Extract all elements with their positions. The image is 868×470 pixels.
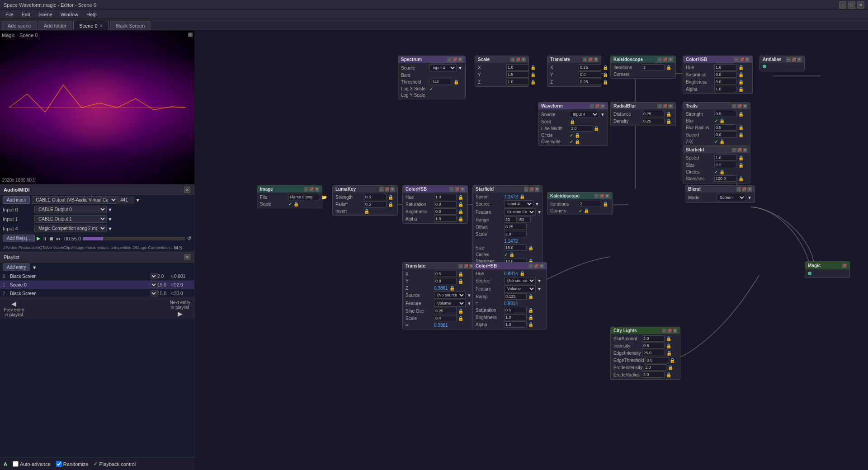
translate-bot-z-lock[interactable]: 🔒	[449, 286, 455, 291]
trails-header[interactable]: Trails − 📌 ✕	[683, 103, 750, 109]
starfield-mid-size-input[interactable]	[504, 244, 527, 251]
audio-number-input[interactable]	[118, 197, 134, 203]
scale-z-lock[interactable]: 🔒	[530, 80, 536, 85]
colorhsb-bot-feature-select[interactable]: Volume	[504, 285, 536, 292]
image-file-input[interactable]	[288, 194, 320, 200]
trails-blurrad-lock[interactable]: 🔒	[738, 125, 744, 130]
colorhsb-mid-minus[interactable]: −	[449, 187, 454, 192]
image-minus[interactable]: −	[304, 187, 308, 192]
image-scale-lock[interactable]: 🔒	[293, 202, 299, 207]
maximize-button[interactable]: □	[848, 1, 855, 9]
translate-bot-pin[interactable]: 📌	[464, 264, 468, 268]
starfield-mid-minus[interactable]: −	[524, 187, 528, 192]
translate-top-header[interactable]: Translate − 📌 ✕	[547, 56, 601, 63]
city-lights-pin[interactable]: 📌	[667, 329, 672, 333]
scale-y-input[interactable]	[506, 71, 529, 78]
radialblur-header[interactable]: RadialBlur − 📌 ✕	[611, 103, 675, 109]
image-pin[interactable]: 📌	[309, 187, 314, 192]
input0-select[interactable]: CABLE Output 0	[34, 206, 107, 213]
starfield-mid-range-from[interactable]	[504, 216, 517, 223]
translate-bot-x-input[interactable]	[434, 271, 457, 277]
translate-top-z-input[interactable]	[579, 79, 601, 85]
translate-top-x-lock[interactable]: 🔒	[603, 65, 608, 70]
add-input-button[interactable]: Add input	[3, 196, 30, 204]
scale-header[interactable]: Scale − 📌 ✕	[475, 56, 528, 63]
starfield-right-speed-input[interactable]	[714, 155, 737, 161]
entry-2-select[interactable]: ▼	[151, 290, 158, 296]
entry-0-select[interactable]: ▼	[151, 273, 158, 279]
city-lights-intensity-lock[interactable]: 🔒	[666, 343, 671, 348]
magic-output-port[interactable]	[808, 272, 811, 275]
blend-mode-arrow[interactable]: ▼	[747, 195, 752, 200]
starfield-right-pin[interactable]: 📌	[737, 148, 742, 152]
window-controls[interactable]: _ □ ✕	[839, 1, 864, 9]
colorhsb-bot-src-arrow[interactable]: ▼	[537, 278, 542, 283]
colorhsb-bot-sat-input[interactable]	[504, 307, 527, 313]
blend-pin[interactable]: 📌	[742, 187, 746, 192]
colorhsb-bot-minus[interactable]: −	[528, 264, 533, 268]
translate-bot-y-lock[interactable]: 🔒	[458, 279, 463, 284]
trails-close[interactable]: ✕	[743, 104, 747, 108]
translate-bot-sine-input[interactable]	[434, 308, 457, 314]
translate-top-z-lock[interactable]: 🔒	[603, 80, 608, 85]
starfield-right-size-lock[interactable]: 🔒	[738, 163, 744, 168]
magic-output-header[interactable]: Magic 📌	[805, 262, 849, 269]
tab-scene0[interactable]: Scene 0 ✕	[73, 21, 108, 30]
antialias-port-in[interactable]	[763, 65, 766, 68]
antialias-close[interactable]: ✕	[797, 57, 802, 62]
colorhsb-bot-close[interactable]: ✕	[539, 264, 544, 268]
colorhsb-bot-hue-lock[interactable]: 🔒	[519, 271, 525, 276]
lumakey-falloff-lock[interactable]: 🔒	[388, 202, 393, 207]
radialblur-dist-lock[interactable]: 🔒	[666, 112, 671, 117]
trails-strength-lock[interactable]: 🔒	[738, 112, 744, 117]
starfield-mid-feature-select[interactable]: Custom Freq.	[504, 208, 536, 216]
city-lights-edgethr-lock[interactable]: 🔒	[670, 358, 675, 363]
add-entry-dropdown[interactable]: ▼	[32, 265, 37, 270]
city-lights-blur-lock[interactable]: 🔒	[666, 336, 671, 341]
tab-scene0-close[interactable]: ✕	[99, 24, 103, 28]
starfield-mid-circles-check[interactable]: ✓	[504, 252, 508, 257]
starfield-mid-speed-lock[interactable]: 🔒	[519, 194, 525, 199]
translate-bot-src-select[interactable]: (No source)	[434, 291, 466, 299]
translate-top-close[interactable]: ✕	[594, 57, 598, 62]
city-lights-blur-input[interactable]	[642, 335, 665, 342]
colorhsb-bot-alpha-input[interactable]	[504, 321, 527, 328]
antialias-pin[interactable]: 📌	[792, 57, 796, 62]
kaleidoscope-top-close[interactable]: ✕	[668, 57, 673, 62]
input0-dropdown-icon[interactable]: ▼	[108, 207, 113, 212]
lumakey-falloff-input[interactable]	[364, 201, 387, 207]
colorhsb-bot-src-select[interactable]: (No source)	[504, 277, 536, 284]
starfield-right-speed-lock[interactable]: 🔒	[738, 155, 744, 160]
colorhsb-top-bri-lock[interactable]: 🔒	[738, 80, 744, 85]
colorhsb-mid-alpha-lock[interactable]: 🔒	[458, 216, 463, 221]
colorhsb-mid-bri-lock[interactable]: 🔒	[458, 209, 463, 214]
scale-x-lock[interactable]: 🔒	[530, 65, 536, 70]
starfield-right-circles-check[interactable]: ✓	[714, 169, 718, 174]
audio-dropdown-icon[interactable]: ▼	[135, 197, 140, 203]
radialblur-minus[interactable]: −	[657, 104, 662, 108]
city-lights-intensity-input[interactable]	[642, 343, 665, 349]
waveform-minus[interactable]: −	[590, 104, 594, 108]
colorhsb-mid-close[interactable]: ✕	[460, 187, 465, 192]
kaleidoscope-mid-iter-input[interactable]	[579, 201, 601, 207]
menu-edit[interactable]: Edit	[18, 11, 34, 18]
radialblur-density-input[interactable]	[642, 118, 665, 124]
colorhsb-mid-hue-lock[interactable]: 🔒	[458, 195, 463, 200]
lumakey-invert-lock[interactable]: 🔒	[364, 209, 369, 214]
waveform-close[interactable]: ✕	[600, 104, 605, 108]
spectrum-minus[interactable]: −	[447, 57, 452, 62]
playlist-entry-2[interactable]: 2 Black Screen ▼ 15.0 C 30.0	[0, 289, 194, 298]
translate-top-pin[interactable]: 📌	[588, 57, 593, 62]
colorhsb-bot-bri-input[interactable]	[504, 314, 527, 320]
scale-x-input[interactable]	[506, 64, 529, 70]
colorhsb-top-pin[interactable]: 📌	[740, 57, 744, 62]
starfield-right-stars-input[interactable]	[714, 175, 737, 182]
trails-minus[interactable]: −	[732, 104, 736, 108]
spectrum-source-arrow[interactable]: ▼	[458, 66, 462, 70]
add-entry-button[interactable]: Add entry	[3, 263, 30, 271]
lumakey-strength-input[interactable]	[364, 194, 387, 200]
city-lights-erodeint-lock[interactable]: 🔒	[668, 365, 673, 370]
colorhsb-top-bri-input[interactable]	[714, 79, 737, 85]
tab-add-folder[interactable]: Add folder	[38, 21, 72, 30]
kaleidoscope-top-iter-lock[interactable]: 🔒	[666, 65, 671, 70]
